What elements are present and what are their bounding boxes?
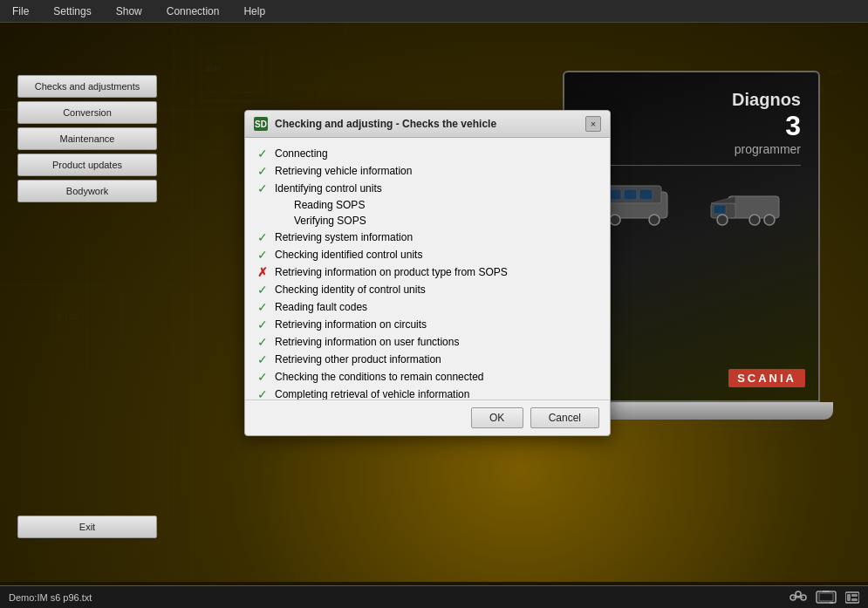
check-icon: ✓ — [257, 283, 268, 297]
check-item-text: Checking the conditions to remain connec… — [275, 371, 483, 383]
sidebar-bodywork-btn[interactable]: Bodywork — [17, 180, 157, 202]
check-icon: ✓ — [257, 300, 268, 314]
dialog-footer: OK Cancel — [245, 400, 610, 435]
check-item: ✓Completing retrieval of vehicle informa… — [256, 386, 599, 400]
menu-settings[interactable]: Settings — [41, 2, 103, 21]
check-item-text: Connecting — [275, 147, 328, 160]
sidebar-conversion-btn[interactable]: Conversion — [17, 101, 157, 124]
check-item: ✓Checking the conditions to remain conne… — [256, 368, 599, 386]
check-item-text: Retrieving vehicle information — [275, 165, 412, 177]
dialog-body: ✓Connecting✓Retrieving vehicle informati… — [245, 138, 610, 400]
sidebar-checks-btn[interactable]: Checks and adjustments — [17, 75, 157, 98]
svg-point-33 — [796, 591, 801, 597]
svg-text:B-150: B-150 — [57, 312, 78, 321]
ok-button[interactable]: OK — [471, 407, 523, 428]
check-item: Reading SOPS — [256, 197, 599, 213]
dialog-icon: SD — [254, 117, 268, 131]
svg-rect-44 — [851, 594, 858, 597]
check-icon: ✓ — [257, 387, 268, 400]
menu-help[interactable]: Help — [231, 2, 277, 21]
menubar: File Settings Show Connection Help — [0, 0, 868, 23]
check-item-text: Retrieving system information — [275, 231, 413, 243]
check-icon: ✓ — [257, 230, 268, 244]
svg-line-14 — [314, 23, 349, 110]
check-item: ✓Retrieving other product information — [256, 351, 599, 368]
diagnos-number: 3 — [582, 110, 801, 142]
truck-icon — [707, 179, 785, 227]
check-item-text: Retrieving information on product type f… — [275, 266, 508, 278]
check-item: ✓Retrieving system information — [256, 229, 599, 246]
svg-point-28 — [749, 215, 760, 225]
check-icon: ✓ — [257, 248, 268, 262]
dialog-title: Checking and adjusting - Checks the vehi… — [275, 118, 585, 130]
svg-rect-5 — [209, 58, 262, 92]
check-item: ✓Checking identified control units — [256, 246, 599, 263]
check-icon: ✓ — [257, 164, 268, 178]
power-icon — [845, 591, 859, 605]
svg-rect-23 — [639, 189, 653, 200]
statusbar-text: Demo:IM s6 p96.txt — [9, 592, 92, 603]
check-icon: ✓ — [257, 335, 268, 349]
svg-point-19 — [610, 215, 620, 225]
network-icon — [789, 591, 807, 605]
menu-file[interactable]: File — [0, 2, 41, 21]
menu-connection[interactable]: Connection — [154, 2, 232, 21]
diagnos-label: Diagnos — [582, 90, 801, 110]
check-icon: ✓ — [257, 352, 268, 366]
check-item: Verifying SOPS — [256, 213, 599, 229]
svg-rect-22 — [624, 189, 637, 200]
check-item: ✓Connecting — [256, 145, 599, 162]
svg-rect-45 — [851, 598, 858, 601]
blank-icon — [280, 215, 283, 227]
cancel-button[interactable]: Cancel — [530, 407, 599, 428]
menu-show[interactable]: Show — [104, 2, 154, 21]
dialog-close-button[interactable]: × — [585, 116, 601, 132]
check-item: ✓Retrieving vehicle information — [256, 162, 599, 180]
display-icon — [816, 591, 837, 605]
check-icon: ✓ — [257, 370, 268, 384]
svg-rect-43 — [847, 594, 851, 601]
check-item-text: Retrieving information on user functions — [275, 336, 459, 348]
check-item: ✓Identifying control units — [256, 180, 599, 197]
check-item: ✗Retrieving information on product type … — [256, 263, 599, 281]
x-icon: ✗ — [257, 265, 268, 279]
svg-rect-30 — [714, 205, 726, 214]
check-item: ✓Checking identity of control units — [256, 281, 599, 298]
check-item-text: Checking identified control units — [275, 249, 422, 261]
svg-point-29 — [764, 215, 775, 225]
statusbar-right — [789, 591, 859, 605]
check-item: ✓Retrieving information on user function… — [256, 333, 599, 351]
sidebar-maintenance-btn[interactable]: Maintenance — [17, 127, 157, 150]
exit-button[interactable]: Exit — [17, 516, 157, 538]
svg-text:965: 965 — [829, 68, 842, 77]
svg-text:S140: S140 — [205, 65, 222, 72]
check-item-text: Reading fault codes — [275, 301, 367, 313]
check-items-list: ✓Connecting✓Retrieving vehicle informati… — [256, 145, 599, 400]
sidebar: Checks and adjustments Conversion Mainte… — [17, 75, 174, 202]
check-item-text: Verifying SOPS — [294, 215, 366, 227]
check-item: ✓Reading fault codes — [256, 298, 599, 316]
check-item-text: Completing retrieval of vehicle informat… — [275, 388, 469, 400]
check-icon: ✓ — [257, 181, 268, 195]
blank-icon — [280, 199, 283, 211]
background-area: S140 B-150 965 B-150 Diagnos 3 programme… — [0, 23, 868, 582]
statusbar: Demo:IM s6 p96.txt — [0, 585, 868, 608]
check-item-text: Reading SOPS — [294, 199, 365, 211]
check-icon: ✓ — [257, 147, 268, 161]
check-item-text: Retrieving other product information — [275, 353, 441, 365]
check-item-text: Retrieving information on circuits — [275, 318, 427, 331]
svg-rect-4 — [201, 49, 270, 101]
svg-point-20 — [649, 215, 660, 225]
programmer-label: programmer — [582, 142, 801, 166]
sidebar-product-updates-btn[interactable]: Product updates — [17, 154, 157, 176]
dialog-titlebar: SD Checking and adjusting - Checks the v… — [245, 111, 610, 138]
dialog: SD Checking and adjusting - Checks the v… — [244, 110, 611, 436]
check-item: ✓Retrieving information on circuits — [256, 316, 599, 333]
scania-badge: SCANIA — [728, 369, 805, 387]
svg-point-27 — [717, 215, 728, 225]
svg-marker-26 — [711, 196, 735, 203]
check-item-text: Checking identity of control units — [275, 284, 426, 296]
vehicles-area — [582, 179, 801, 227]
check-item-text: Identifying control units — [275, 182, 382, 195]
svg-rect-38 — [819, 593, 833, 601]
